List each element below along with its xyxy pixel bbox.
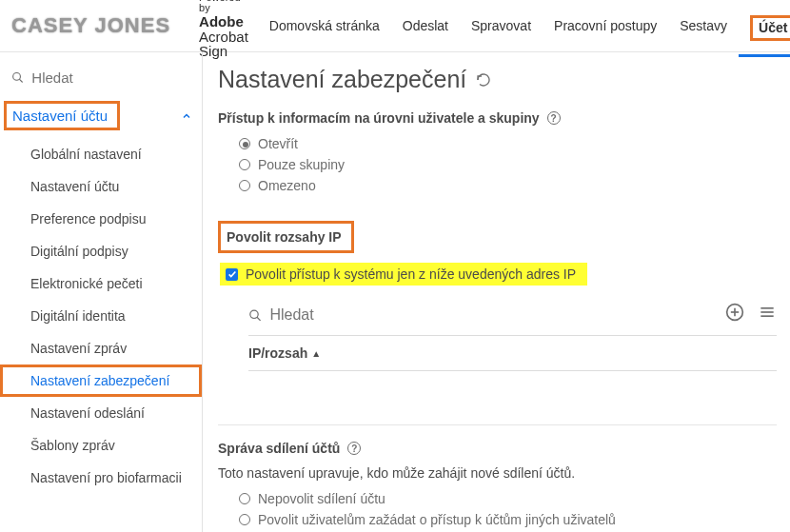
radio-label: Otevřít <box>258 136 298 151</box>
nav-manage[interactable]: Spravovat <box>460 12 543 39</box>
radio-label: Povolit uživatelům zažádat o přístup k ú… <box>258 512 616 527</box>
ip-header-text: Povolit rozsahy IP <box>218 221 354 253</box>
sidebar-item-send[interactable]: Nastavení odeslání <box>0 397 202 429</box>
radio-no-share[interactable]: Nepovolit sdílení účtu <box>239 488 777 509</box>
sort-arrow-icon: ▲ <box>311 348 321 359</box>
sidebar-item-biopharma[interactable]: Nastavení pro biofarmacii <box>0 462 202 494</box>
radio-allow-request[interactable]: Povolit uživatelům zažádat o přístup k ú… <box>239 509 777 530</box>
ip-section-header: Povolit rozsahy IP <box>218 221 777 253</box>
powered-prefix: Powered by <box>199 0 248 14</box>
top-bar: CASEY JONES Powered by Adobe Acrobat Sig… <box>0 0 790 52</box>
ip-actions <box>725 303 777 325</box>
nav-account-label: Účet <box>750 15 790 41</box>
radio-groups[interactable]: Pouze skupiny <box>239 154 777 175</box>
svg-point-8 <box>250 310 258 318</box>
share-header-text: Správa sdílení účtů <box>218 441 340 456</box>
share-description: Toto nastavení upravuje, kdo může zaháji… <box>218 465 777 481</box>
access-label-text: Přístup k informacím na úrovni uživatele… <box>218 110 540 126</box>
logo: CASEY JONES <box>11 13 170 38</box>
powered-by: Powered by Adobe Acrobat Sign <box>195 0 248 59</box>
share-radio-list: Nepovolit sdílení účtu Povolit uživatelů… <box>239 488 777 530</box>
help-icon[interactable]: ? <box>347 442 361 455</box>
radio-icon <box>239 180 250 191</box>
sidebar-list: Globální nastavení Nastavení účtu Prefer… <box>0 132 202 494</box>
nav-account[interactable]: Účet <box>739 10 790 57</box>
share-section-label: Správa sdílení účtů ? <box>218 441 777 456</box>
help-icon[interactable]: ? <box>547 111 561 125</box>
sidebar-item-global[interactable]: Globální nastavení <box>0 138 202 170</box>
sidebar: Nastavení účtu Globální nastavení Nastav… <box>0 52 203 532</box>
main-layout: Nastavení účtu Globální nastavení Nastav… <box>0 52 790 532</box>
nav-reports[interactable]: Sestavy <box>668 12 739 39</box>
ip-panel: IP/rozsah ▲ <box>248 299 777 371</box>
sidebar-item-messages[interactable]: Nastavení zpráv <box>0 332 202 365</box>
radio-open[interactable]: Otevřít <box>239 133 777 154</box>
ip-column-header[interactable]: IP/rozsah ▲ <box>248 336 777 371</box>
sidebar-item-account[interactable]: Nastavení účtu <box>0 170 202 203</box>
add-icon[interactable] <box>725 303 744 325</box>
ip-allow-checkbox-row[interactable]: Povolit přístup k systému jen z níže uve… <box>220 263 587 286</box>
chevron-up-icon <box>181 110 192 122</box>
nav-home[interactable]: Domovská stránka <box>258 12 391 39</box>
sidebar-item-digital-id[interactable]: Digitální identita <box>0 300 202 332</box>
radio-label: Omezeno <box>258 178 316 193</box>
nav-send[interactable]: Odeslat <box>391 12 460 39</box>
ip-search-input[interactable] <box>269 306 777 324</box>
search-icon <box>248 308 262 323</box>
top-nav: Domovská stránka Odeslat Spravovat Praco… <box>258 10 790 42</box>
ip-column-text: IP/rozsah <box>248 345 307 361</box>
svg-line-9 <box>257 317 261 321</box>
access-radio-list: Otevřít Pouze skupiny Omezeno <box>239 133 777 196</box>
brand-name: Adobe <box>199 13 244 30</box>
page-title-text: Nastavení zabezpečení <box>218 66 466 93</box>
sidebar-section-header[interactable]: Nastavení účtu <box>0 97 202 132</box>
menu-icon[interactable] <box>758 303 777 325</box>
sidebar-search[interactable] <box>0 62 202 97</box>
sidebar-item-templates[interactable]: Šablony zpráv <box>0 429 202 462</box>
svg-point-0 <box>13 73 21 81</box>
sidebar-item-eseals[interactable]: Elektronické pečeti <box>0 267 202 300</box>
radio-icon <box>239 138 250 149</box>
refresh-icon[interactable] <box>476 72 491 88</box>
radio-label: Pouze skupiny <box>258 157 345 172</box>
sidebar-search-input[interactable] <box>31 69 190 86</box>
checkbox-icon <box>226 268 238 281</box>
radio-icon <box>239 159 250 170</box>
ip-search-box[interactable] <box>248 299 777 336</box>
radio-label: Nepovolit sdílení účtu <box>258 491 385 506</box>
access-section-label: Přístup k informacím na úrovni uživatele… <box>218 110 777 126</box>
sidebar-item-security[interactable]: Nastavení zabezpečení <box>0 365 202 397</box>
content: Nastavení zabezpečení Přístup k informac… <box>203 52 790 532</box>
share-section: Správa sdílení účtů ? Toto nastavení upr… <box>218 424 777 530</box>
ip-checkbox-label: Povolit přístup k systému jen z níže uve… <box>246 266 576 282</box>
svg-line-1 <box>19 79 22 82</box>
radio-icon <box>239 493 250 504</box>
sidebar-item-signature-pref[interactable]: Preference podpisu <box>0 203 202 235</box>
radio-icon <box>239 514 250 525</box>
page-title: Nastavení zabezpečení <box>218 66 777 93</box>
sidebar-section-label: Nastavení účtu <box>4 101 120 130</box>
sidebar-item-digital-sig[interactable]: Digitální podpisy <box>0 235 202 267</box>
search-icon <box>11 70 24 85</box>
nav-workflows[interactable]: Pracovní postupy <box>543 12 668 39</box>
radio-restricted[interactable]: Omezeno <box>239 175 777 196</box>
